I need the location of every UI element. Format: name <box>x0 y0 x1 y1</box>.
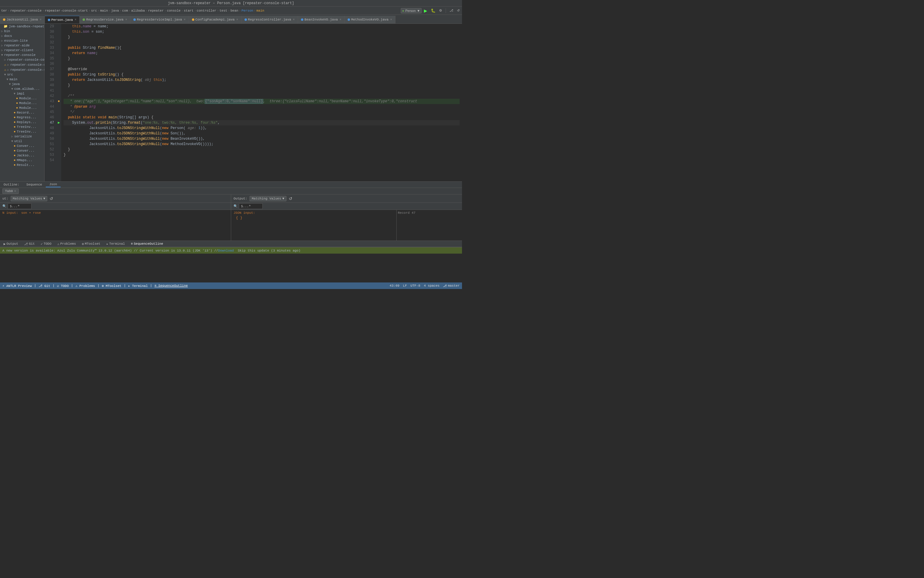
code-line-53: } <box>63 152 460 157</box>
sidebar-item-com-alibaba[interactable]: ▼ com.alibab... <box>0 86 44 91</box>
tab-regress-impl[interactable]: RegressServiceImpl.java × <box>130 16 189 23</box>
problems-status[interactable]: ⚠ Problems <box>76 284 95 288</box>
search-icon-left: 🔍 <box>2 204 6 208</box>
run-button[interactable]: ▶ <box>423 8 429 14</box>
tab-close[interactable]: × <box>125 18 127 21</box>
sidebar-item-esssian[interactable]: ▷ esssian-lite <box>0 38 44 43</box>
git-button[interactable]: ⎇ <box>448 8 455 13</box>
terminal-status[interactable]: ▸ Terminal <box>128 284 148 288</box>
tab-regress-controller[interactable]: RegressController.java × <box>241 16 298 23</box>
sidebar-item-docs[interactable]: ▷ docs <box>0 34 44 38</box>
sidebar-item-console-dal[interactable]: ⚠ ▷ repeater-console-dal <box>0 62 44 67</box>
sidebar-item-record[interactable]: ● Record... <box>0 110 44 115</box>
tab-person[interactable]: Person.java × <box>45 16 80 23</box>
indent[interactable]: 4 spaces <box>424 284 440 287</box>
sidebar-item-module3[interactable]: ● Module... <box>0 106 44 110</box>
tool-mtoolset[interactable]: ⚙ MToolset <box>81 242 102 246</box>
tab-dot <box>133 18 136 21</box>
tool-problems[interactable]: ⚠ Problems <box>56 242 77 246</box>
sidebar-item-util[interactable]: ▼ util <box>0 139 44 144</box>
sidebar-item-aide[interactable]: ▷ repeater-aide <box>0 43 44 48</box>
tab-label: BeanInvokeVO.java <box>304 18 338 21</box>
tab-label: MethodInvokeVO.java <box>351 18 388 21</box>
code-line-33: public String findName(){ <box>63 45 460 50</box>
charset[interactable]: UTF-8 <box>411 284 421 287</box>
tab-bean-invoke[interactable]: BeanInvokeVO.java × <box>298 16 345 23</box>
toolbar-extra[interactable]: ↺ <box>456 8 461 13</box>
line-ending[interactable]: LF <box>403 284 407 287</box>
tab-close[interactable]: × <box>184 18 186 21</box>
sidebar-item-conver1[interactable]: ● Conver... <box>0 144 44 148</box>
debug-button[interactable]: 🐛 <box>430 8 437 13</box>
sidebar-item-java[interactable]: ▼ java <box>0 82 44 86</box>
tab-close-jackson[interactable]: × <box>40 18 42 21</box>
sidebar-item-client[interactable]: ▷ repeater-client <box>0 48 44 53</box>
sidebar-item-treeinv2[interactable]: ● TreeInv... <box>0 129 44 134</box>
sidebar-item-conver2[interactable]: ● Conver... <box>0 148 44 153</box>
sidebar-item-bin[interactable]: ▷ bin <box>0 29 44 34</box>
antlr-preview[interactable]: ⚡ ANTLR Preview <box>2 284 32 288</box>
mtoolset-status[interactable]: ⚙ MToolset <box>102 284 121 288</box>
tool-terminal[interactable]: ▸ Terminal <box>105 242 126 246</box>
left-refresh-btn[interactable]: ↺ <box>50 196 53 201</box>
sidebar-item-console-comm[interactable]: ▷ repeater-console-comm <box>0 57 44 62</box>
update-text: A new version is available: Azul Zulu Co… <box>2 249 218 252</box>
code-line-45: */ <box>63 109 460 115</box>
tab-jackson-util[interactable]: JacksonUtil.java × <box>0 16 45 23</box>
code-editor[interactable]: 29 30 31 32 33 34 35 36 37 38 39 40 41 4… <box>45 24 462 181</box>
sidebar-item-treeinv1[interactable]: ● TreeInv... <box>0 125 44 129</box>
tab-close[interactable]: × <box>340 18 341 21</box>
sidebar-item-replays[interactable]: ● Replays... <box>0 120 44 125</box>
tab-config-facade[interactable]: ConfigFacadeApi.java × <box>189 16 241 23</box>
sidebar-item-main[interactable]: ▼ main <box>0 77 44 82</box>
left-input-area: N input: son • rose <box>0 210 231 240</box>
outline-tab[interactable]: Outline: <box>0 182 23 187</box>
update-bar: A new version is available: Azul Zulu Co… <box>0 247 462 253</box>
sidebar-item-module1[interactable]: ● Module... <box>0 96 44 101</box>
sequence-outline-status[interactable]: ≡ SequenceOutline <box>154 284 188 287</box>
git-status[interactable]: ⎇ Git <box>39 284 50 288</box>
right-search-input[interactable] <box>239 203 263 209</box>
tab-regress-service[interactable]: RegressService.java × <box>79 16 130 23</box>
cursor-position: 43:69 <box>390 284 399 287</box>
left-matching-dropdown[interactable]: Matching Values ▼ <box>11 196 47 201</box>
sidebar-item-console[interactable]: ▼ repeater-console <box>0 53 44 57</box>
branch-text: master <box>448 284 460 287</box>
tab-method-invoke[interactable]: MethodInvokeVO.java × <box>345 16 395 23</box>
run-tab-close[interactable]: × <box>14 189 16 193</box>
sidebar-item-module2[interactable]: ● Module... <box>0 101 44 106</box>
status-right: 43:69 LF UTF-8 4 spaces ⎇ master <box>390 284 460 288</box>
sidebar-item-console-servi[interactable]: ⚠ ▷ repeater-console-servi <box>0 67 44 72</box>
sidebar-item-src[interactable]: ▼ src <box>0 72 44 77</box>
right-matching-dropdown[interactable]: Matching Values ▼ <box>249 196 286 201</box>
sidebar-item-serialize[interactable]: ▷ serialize <box>0 134 44 139</box>
sidebar-item-sandbox[interactable]: 📁 jvm-sandbox-repeater ~Doc <box>0 24 44 29</box>
tool-output[interactable]: ▶ Output <box>2 242 19 246</box>
download-link[interactable]: Download <box>218 249 234 252</box>
left-panel-toolbar: ut: Matching Values ▼ ↺ <box>0 195 231 203</box>
sidebar-item-jackso[interactable]: ● Jackso... <box>0 153 44 158</box>
right-refresh-btn[interactable]: ↺ <box>289 196 292 201</box>
sequence-tab[interactable]: Sequence <box>23 182 46 187</box>
tool-todo[interactable]: ✓ TODO <box>39 242 53 246</box>
sidebar-item-mmaps[interactable]: ● MMaps... <box>0 158 44 162</box>
sidebar-item-regress[interactable]: ● Regress... <box>0 115 44 120</box>
sidebar-item-impl[interactable]: ▼ impl <box>0 91 44 96</box>
tool-sequence-outline[interactable]: ≡ SequenceOutline <box>129 242 164 246</box>
tab-close[interactable]: × <box>236 18 238 21</box>
left-search-input[interactable] <box>8 203 31 209</box>
window-title: jvm-sandbox-repeater – Person.java [repe… <box>168 1 294 5</box>
tab-close[interactable]: × <box>390 18 392 21</box>
json-tab[interactable]: Json <box>46 182 61 187</box>
tab-label: ConfigFacadeApi.java <box>196 18 235 21</box>
sidebar-item-result[interactable]: ● Result... <box>0 162 44 167</box>
tab-close[interactable]: × <box>293 18 295 21</box>
build-button[interactable]: ⚙ <box>438 8 443 13</box>
run-config-dropdown[interactable]: ● Person ▼ <box>401 8 422 13</box>
tool-git[interactable]: ⎇ Git <box>23 242 36 246</box>
run-tab-item[interactable]: Tab0 × <box>2 188 19 194</box>
branch[interactable]: ⎇ master <box>443 284 460 288</box>
code-lines[interactable]: this.name = name; this.son = son; } publ… <box>61 24 462 181</box>
tab-close-person[interactable]: × <box>74 18 76 21</box>
todo-status[interactable]: ☑ TODO <box>57 284 69 288</box>
